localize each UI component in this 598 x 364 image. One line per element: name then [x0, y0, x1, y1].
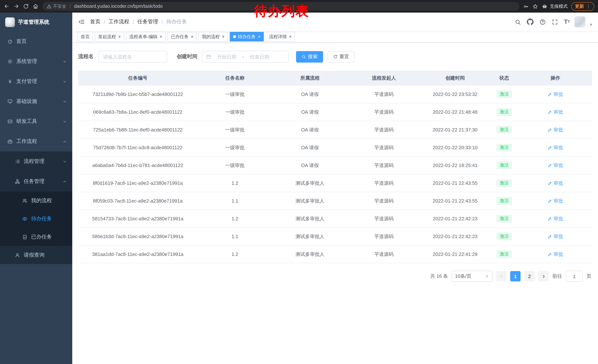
help-icon[interactable]	[538, 17, 547, 26]
created-cell: 2022-01-21 22:43:55	[420, 174, 490, 192]
status-badge: 激活	[497, 251, 512, 258]
search-button[interactable]: 搜索	[296, 51, 323, 62]
page-button-1[interactable]: 1	[510, 271, 521, 281]
approve-link[interactable]: 审批	[548, 91, 563, 97]
next-page-button[interactable]	[538, 271, 549, 281]
table-row: 73211d9d-7b9b-11ec-b5b7-acde48001122 一级审…	[78, 86, 592, 103]
page-size-select[interactable]: 10条/页 ▼	[452, 271, 492, 282]
chrome-update-button[interactable]: 更新 ⋮	[571, 2, 594, 11]
sidebar-item-done-tasks[interactable]: 已办任务	[0, 228, 72, 246]
search-icon[interactable]	[513, 17, 523, 26]
column-created: 创建时间	[420, 71, 490, 86]
approve-link[interactable]: 审批	[548, 109, 563, 115]
created-cell: 2022-01-21 22:41:29	[420, 245, 490, 263]
breadcrumb-separator: /	[133, 19, 134, 25]
password-key-icon[interactable]	[523, 4, 529, 9]
url-text: dashboard.yudao.iocoder.cn/bpm/task/todo	[74, 4, 163, 9]
date-range-picker[interactable]: -	[202, 51, 289, 63]
sidebar-item-leave-query[interactable]: 请假查询	[0, 246, 72, 264]
sidebar-item-dev-tools[interactable]: 研发工具	[0, 112, 72, 131]
sidebar-item-label: 工作流程	[16, 138, 37, 145]
process-cell: OA 请假	[273, 121, 348, 139]
task-name-cell: 一级审批	[198, 139, 273, 156]
tab-home[interactable]: 首页	[77, 32, 93, 41]
process-cell: 测试多审批人	[273, 245, 348, 263]
close-icon[interactable]: ×	[160, 34, 162, 39]
process-cell: OA 请假	[273, 139, 348, 156]
breadcrumb-task-management[interactable]: 任务管理	[137, 18, 158, 25]
home-icon[interactable]	[33, 3, 39, 9]
sidebar-item-system[interactable]: 系统管理	[0, 51, 72, 72]
page-button-2[interactable]: 2	[524, 271, 535, 281]
process-name-input[interactable]	[98, 51, 167, 63]
sidebar-item-payment[interactable]: ¥ 支付管理	[0, 72, 72, 91]
start-date-input[interactable]	[213, 54, 241, 60]
initiator-cell: 芋道源码	[348, 121, 421, 139]
tab-done-tasks[interactable]: 已办任务 ×	[167, 32, 197, 41]
approve-link[interactable]: 审批	[548, 162, 563, 169]
approve-link[interactable]: 审批	[548, 180, 563, 186]
sidebar-fold-icon[interactable]	[78, 18, 85, 25]
approve-link[interactable]: 审批	[548, 198, 563, 204]
pagination: 共 16 条 10条/页 ▼ 1 2 前往 页	[78, 271, 592, 282]
sidebar-item-home[interactable]: 首页	[0, 32, 72, 51]
sidebar-item-my-process[interactable]: 我的流程	[0, 191, 72, 210]
tab-my-process[interactable]: 我的流程 ×	[199, 32, 228, 41]
close-icon[interactable]: ×	[191, 34, 193, 39]
sidebar-item-task-management[interactable]: 任务管理	[0, 171, 72, 191]
update-label: 更新	[575, 3, 584, 9]
end-date-input[interactable]	[245, 54, 274, 60]
fullscreen-icon[interactable]	[550, 17, 559, 26]
active-dot	[233, 35, 236, 38]
back-icon[interactable]	[4, 3, 10, 9]
tab-start-process[interactable]: 发起流程 ×	[95, 32, 124, 41]
prev-page-button[interactable]	[496, 271, 507, 281]
bookmark-star-icon[interactable]	[532, 4, 538, 9]
task-id-cell: 8f059c03-7ac8-11ec-a9e2-a2380e71991a	[78, 192, 198, 210]
tab-todo-tasks[interactable]: 待办任务 ×	[230, 32, 264, 41]
sidebar-item-label: 我的流程	[31, 197, 52, 204]
breadcrumb-home[interactable]: 首页	[90, 18, 100, 25]
goto-page-input[interactable]	[566, 271, 583, 282]
column-initiator: 流程发起人	[348, 71, 421, 86]
approve-link[interactable]: 审批	[548, 251, 563, 258]
app-logo[interactable]: 芋道管理系统	[0, 13, 72, 32]
close-icon[interactable]: ×	[258, 34, 260, 39]
initiator-cell: 芋道源码	[348, 174, 421, 192]
reload-icon[interactable]	[23, 3, 29, 9]
column-action: 操作	[519, 71, 592, 86]
approve-link[interactable]: 审批	[548, 233, 563, 240]
sidebar-item-workflow[interactable]: 工作流程	[0, 131, 72, 152]
task-id-cell: 75d72608-7b7f-11ec-a3c8-acde48001122	[78, 139, 198, 156]
avatar[interactable]	[574, 16, 585, 27]
sidebar-item-process-management[interactable]: 流程管理	[0, 152, 72, 171]
approve-link[interactable]: 审批	[548, 144, 563, 151]
breadcrumb-workflow[interactable]: 工作流程	[108, 18, 129, 25]
forward-icon[interactable]	[13, 3, 19, 9]
tab-process-detail[interactable]: 流程详情 ×	[266, 32, 295, 41]
dev-tools-icon	[7, 119, 13, 124]
tab-process-form-edit[interactable]: 流程表单-编辑 ×	[126, 32, 166, 41]
chevron-down-icon	[63, 80, 67, 83]
close-icon[interactable]: ×	[118, 34, 121, 39]
created-cell: 2022-01-22 20:33:10	[420, 139, 490, 156]
create-time-label: 创建时间	[177, 53, 198, 60]
task-id-cell: 725a1eb6-7b88-11ec-8ef0-acde48001122	[78, 121, 198, 139]
workflow-icon	[7, 139, 13, 144]
font-size-icon[interactable]: TT	[562, 17, 571, 26]
caret-down-icon: ▼	[589, 23, 593, 27]
task-management-icon	[15, 179, 20, 184]
reset-button[interactable]: 重置	[328, 51, 355, 62]
approve-link[interactable]: 审批	[548, 126, 563, 133]
sidebar-item-todo-tasks[interactable]: 待办任务	[0, 210, 72, 228]
close-icon[interactable]: ×	[289, 34, 291, 39]
sidebar-item-label: 首页	[16, 38, 27, 45]
task-id-cell: 73211d9d-7b9b-11ec-b5b7-acde48001122	[78, 86, 198, 103]
approve-link[interactable]: 审批	[548, 215, 563, 222]
chevron-down-icon	[63, 159, 67, 163]
github-icon[interactable]	[525, 17, 535, 27]
task-name-cell: 1.2	[198, 245, 273, 263]
close-icon[interactable]: ×	[222, 34, 224, 39]
initiator-cell: 芋道源码	[348, 227, 421, 245]
sidebar-item-infrastructure[interactable]: 基础设施	[0, 91, 72, 112]
